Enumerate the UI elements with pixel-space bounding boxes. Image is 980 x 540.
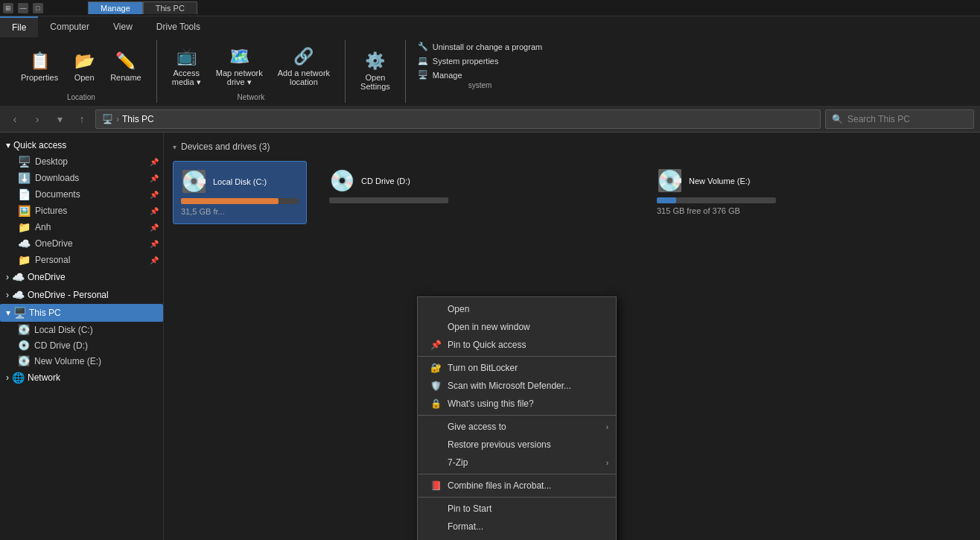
search-box[interactable]: 🔍 Search This PC <box>825 109 974 129</box>
drive-c-name: Local Disk (C:) <box>213 177 267 186</box>
up-button[interactable]: ↑ <box>73 110 91 128</box>
ctx-pin-start[interactable]: Pin to Start <box>418 500 616 518</box>
ctx-7zip-arrow: › <box>606 459 608 467</box>
drive-d-icon: 💿 <box>329 168 355 193</box>
anh-icon: 📁 <box>18 221 31 233</box>
drive-e-bar-fill <box>657 197 676 203</box>
local-disk-icon: 💽 <box>18 324 30 335</box>
add-location-button[interactable]: 🔗 Add a networklocation <box>272 43 336 91</box>
drive-card-d[interactable]: 💿 CD Drive (D:) <box>322 161 456 224</box>
onedrive-qa-label: OneDrive <box>35 238 73 249</box>
ribbon-group-network-buttons: 📺 Accessmedia ▾ 🗺️ Map networkdrive ▾ 🔗 … <box>166 40 336 93</box>
ctx-separator-4 <box>418 497 616 498</box>
ctx-restore[interactable]: Restore previous versions <box>418 436 616 454</box>
path-pc-icon: 🖥️ <box>102 114 113 124</box>
minimize-icon[interactable]: — <box>18 3 28 13</box>
drive-c-bar-fill <box>181 198 279 204</box>
new-volume-icon: 💽 <box>18 355 30 366</box>
ribbon-group-system-label: system <box>468 81 492 91</box>
sidebar-item-desktop[interactable]: 🖥️ Desktop 📌 <box>0 153 163 170</box>
back-button[interactable]: ‹ <box>6 110 24 128</box>
content-area: ▾ Devices and drives (3) 💽 Local Disk (C… <box>164 133 980 540</box>
drive-e-info: 315 GB free of 376 GB <box>657 206 776 215</box>
sidebar-item-documents[interactable]: 📄 Documents 📌 <box>0 186 163 203</box>
search-icon: 🔍 <box>832 114 843 124</box>
sidebar-section-network[interactable]: › 🌐 Network <box>0 369 163 387</box>
documents-pin: 📌 <box>150 191 159 199</box>
ctx-7zip[interactable]: 7-Zip › <box>418 454 616 471</box>
ribbon-tab-computer[interactable]: Computer <box>38 16 101 37</box>
sidebar-item-cd-drive[interactable]: 💿 CD Drive (D:) <box>0 337 163 353</box>
network-icon: 🌐 <box>12 372 25 384</box>
sidebar-item-downloads[interactable]: ⬇️ Downloads 📌 <box>0 170 163 186</box>
ribbon-group-location-buttons: 📋 Properties 📂 Open ✏️ Rename <box>15 40 147 93</box>
drive-c-bar-bg <box>181 198 299 204</box>
ctx-bitlocker-icon: 🔐 <box>430 363 442 373</box>
ctx-whats-using[interactable]: 🔒 What's using this file? <box>418 395 616 413</box>
sidebar-item-local-disk[interactable]: 💽 Local Disk (C:) <box>0 322 163 337</box>
ctx-format[interactable]: Format... <box>418 518 616 536</box>
downloads-icon: ⬇️ <box>18 172 31 184</box>
rename-button[interactable]: ✏️ Rename <box>104 43 147 91</box>
ctx-give-access-arrow: › <box>606 423 608 431</box>
access-media-button[interactable]: 📺 Accessmedia ▾ <box>166 43 207 91</box>
sidebar-item-anh[interactable]: 📁 Anh 📌 <box>0 219 163 235</box>
ribbon-tab-view[interactable]: View <box>101 16 144 37</box>
ribbon-tab-file[interactable]: File <box>0 16 38 37</box>
manage-button[interactable]: 🖥️ Manage <box>415 69 545 81</box>
ctx-bitlocker[interactable]: 🔐 Turn on BitLocker <box>418 359 616 377</box>
sidebar-item-onedrive-qa[interactable]: ☁️ OneDrive 📌 <box>0 235 163 252</box>
section-header: ▾ Devices and drives (3) <box>173 142 971 152</box>
network-label: Network <box>28 372 60 383</box>
tab-this-pc[interactable]: This PC <box>143 1 197 14</box>
this-pc-icon: 🖥️ <box>13 307 26 319</box>
ribbon-group-network-label: Network <box>238 93 265 103</box>
open-settings-button[interactable]: ⚙️ OpenSettings <box>354 47 396 95</box>
ctx-separator-2 <box>418 415 616 416</box>
quick-access-chevron: ▾ <box>6 140 10 150</box>
ribbon-group-settings-buttons: ⚙️ OpenSettings <box>354 40 396 101</box>
sidebar-item-pictures[interactable]: 🖼️ Pictures 📌 <box>0 203 163 219</box>
ctx-open[interactable]: Open <box>418 300 616 318</box>
onedrive-personal-label: OneDrive - Personal <box>28 290 109 300</box>
recent-button[interactable]: ▾ <box>51 110 69 128</box>
sidebar-item-new-volume[interactable]: 💽 New Volume (E:) <box>0 353 163 369</box>
forward-button[interactable]: › <box>28 110 46 128</box>
onedrive-personal-chevron: › <box>6 290 9 300</box>
ctx-copy[interactable]: Copy <box>418 536 616 540</box>
tab-manage[interactable]: Manage <box>88 1 143 14</box>
map-drive-icon: 🗺️ <box>229 47 249 66</box>
address-path[interactable]: 🖥️ › This PC <box>95 109 821 129</box>
sidebar-section-onedrive-personal[interactable]: › ☁️ OneDrive - Personal <box>0 286 163 304</box>
ctx-defender[interactable]: 🛡️ Scan with Microsoft Defender... <box>418 377 616 395</box>
this-pc-chevron: ▾ <box>6 308 10 318</box>
uninstall-button[interactable]: 🔧 Uninstall or change a program <box>415 40 545 53</box>
ctx-pin-quick-access[interactable]: 📌 Pin to Quick access <box>418 336 616 354</box>
section-collapse-arrow[interactable]: ▾ <box>173 143 176 151</box>
open-button[interactable]: 📂 Open <box>67 43 101 91</box>
drive-e-icon: 💽 <box>657 168 683 193</box>
search-placeholder: Search This PC <box>847 114 910 124</box>
ctx-combine-acrobat[interactable]: 📕 Combine files in Acrobat... <box>418 477 616 495</box>
drive-card-e[interactable]: 💽 New Volume (E:) 315 GB free of 376 GB <box>649 161 783 224</box>
ctx-give-access[interactable]: Give access to › <box>418 418 616 436</box>
drive-card-c[interactable]: 💽 Local Disk (C:) 31,5 GB fr... <box>173 161 307 224</box>
sidebar-section-quick-access[interactable]: ▾ Quick access <box>0 137 163 153</box>
drive-c-info: 31,5 GB fr... <box>181 207 299 216</box>
sidebar-section-onedrive[interactable]: › ☁️ OneDrive <box>0 268 163 286</box>
sidebar-item-personal[interactable]: 📁 Personal 📌 <box>0 252 163 268</box>
desktop-label: Desktop <box>35 156 68 167</box>
onedrive-label: OneDrive <box>28 272 66 282</box>
main-layout: ▾ Quick access 🖥️ Desktop 📌 ⬇️ Downloads… <box>0 133 980 540</box>
downloads-label: Downloads <box>35 173 79 183</box>
map-drive-button[interactable]: 🗺️ Map networkdrive ▾ <box>210 43 269 91</box>
sidebar: ▾ Quick access 🖥️ Desktop 📌 ⬇️ Downloads… <box>0 133 164 540</box>
quick-access-label: Quick access <box>13 140 66 150</box>
sidebar-section-this-pc[interactable]: ▾ 🖥️ This PC <box>0 304 163 322</box>
maximize-icon[interactable]: □ <box>33 3 43 13</box>
ribbon-tab-drive-tools[interactable]: Drive Tools <box>144 16 212 37</box>
ctx-open-new-window[interactable]: Open in new window <box>418 318 616 336</box>
properties-button[interactable]: 📋 Properties <box>15 43 64 91</box>
add-location-icon: 🔗 <box>293 47 314 66</box>
system-props-button[interactable]: 💻 System properties <box>415 54 545 67</box>
